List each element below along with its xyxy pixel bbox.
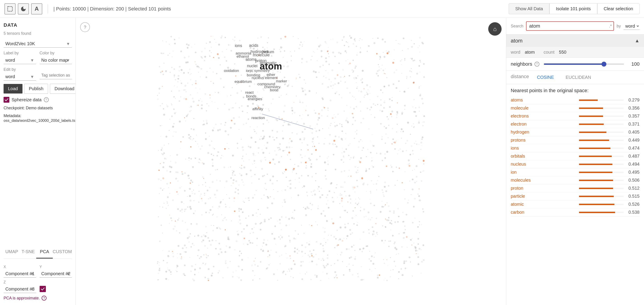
- color-by-select[interactable]: No color map: [40, 56, 72, 64]
- svg-point-1073: [334, 277, 335, 278]
- svg-point-1251: [410, 70, 410, 72]
- nearest-item[interactable]: protons 0.449: [511, 136, 640, 144]
- svg-point-1584: [390, 165, 391, 166]
- by-select[interactable]: word: [624, 23, 640, 30]
- svg-point-1135: [262, 88, 264, 90]
- sphereize-checkbox[interactable]: [4, 97, 9, 103]
- pca-x-select[interactable]: Component #1: [4, 270, 36, 278]
- svg-point-1366: [325, 242, 326, 243]
- nearest-item[interactable]: hydrogen 0.405: [511, 128, 640, 136]
- svg-point-1553: [354, 79, 356, 80]
- euclidean-button[interactable]: EUCLIDEAN: [562, 74, 594, 81]
- svg-point-224: [357, 186, 358, 187]
- publish-button[interactable]: Publish: [24, 84, 48, 94]
- svg-point-1550: [185, 121, 186, 121]
- nearest-item[interactable]: atomic 0.526: [511, 200, 640, 208]
- isolate-button[interactable]: Isolate 101 points: [550, 3, 597, 14]
- svg-point-1987: [388, 125, 390, 126]
- nearest-item[interactable]: molecule 0.356: [511, 104, 640, 112]
- nearest-item-name: atoms: [511, 98, 576, 103]
- tab-pca[interactable]: PCA: [36, 245, 53, 258]
- svg-point-1604: [330, 85, 332, 87]
- show-all-data-button[interactable]: Show All Data: [509, 3, 550, 14]
- nearest-item[interactable]: nucleus 0.494: [511, 160, 640, 168]
- svg-point-1317: [418, 243, 419, 245]
- svg-point-1839: [399, 167, 400, 169]
- nearest-item-score: 0.356: [626, 106, 640, 111]
- select-box-icon[interactable]: [4, 3, 16, 15]
- nearest-item[interactable]: particle 0.515: [511, 192, 640, 200]
- nearest-item[interactable]: ion 0.495: [511, 168, 640, 176]
- svg-point-811: [290, 276, 291, 277]
- atom-card-collapse-icon[interactable]: ▲: [635, 38, 640, 44]
- svg-point-230: [372, 271, 372, 271]
- download-button[interactable]: Download: [50, 84, 76, 94]
- clear-selection-button[interactable]: Clear selection: [597, 3, 640, 14]
- svg-point-905: [359, 161, 360, 161]
- svg-point-140: [233, 117, 235, 119]
- svg-point-1718: [307, 208, 308, 209]
- svg-point-932: [208, 280, 209, 281]
- nearest-item[interactable]: proton 0.512: [511, 184, 640, 192]
- svg-point-789: [230, 127, 232, 129]
- svg-point-500: [206, 232, 207, 233]
- svg-point-737: [252, 232, 254, 233]
- svg-point-764: [411, 244, 412, 245]
- cosine-button[interactable]: COSINE: [534, 74, 558, 81]
- tab-umap[interactable]: UMAP: [4, 245, 20, 258]
- nearest-item[interactable]: atoms 0.279: [511, 96, 640, 104]
- pca-hint-row: PCA is approximate. ?: [4, 296, 72, 300]
- nearest-item[interactable]: carbon 0.538: [511, 208, 640, 216]
- svg-point-253: [388, 137, 389, 138]
- tag-input[interactable]: [40, 72, 72, 79]
- pca-hint-help-icon[interactable]: ?: [42, 296, 46, 300]
- svg-point-1817: [200, 89, 200, 90]
- tab-t-sne[interactable]: T-SNE: [20, 245, 36, 258]
- nearest-item[interactable]: ions 0.474: [511, 144, 640, 152]
- canvas-help-icon[interactable]: ?: [80, 22, 90, 32]
- svg-point-1348: [330, 123, 331, 124]
- atom-card-header[interactable]: atom ▲: [506, 35, 644, 47]
- edit-by-select[interactable]: word: [4, 73, 36, 81]
- load-button[interactable]: Load: [4, 84, 22, 94]
- svg-point-386: [346, 266, 347, 267]
- svg-point-1176: [192, 181, 193, 183]
- svg-point-855: [359, 199, 360, 199]
- svg-point-1493: [302, 102, 303, 103]
- svg-point-1265: [315, 221, 316, 222]
- svg-point-1048: [162, 74, 164, 75]
- pca-z-select[interactable]: Component #3: [4, 285, 36, 293]
- svg-point-1907: [332, 39, 333, 39]
- svg-point-971: [408, 88, 408, 89]
- svg-point-1385: [396, 254, 397, 255]
- night-mode-icon[interactable]: [18, 3, 29, 15]
- nearest-item[interactable]: electrons 0.357: [511, 112, 640, 120]
- nearest-item-score: 0.279: [626, 98, 640, 103]
- svg-point-191: [382, 189, 383, 191]
- nearest-item[interactable]: molecules 0.506: [511, 176, 640, 184]
- svg-point-542: [382, 192, 384, 193]
- pca-z-checkbox[interactable]: [40, 286, 46, 292]
- label-by-select[interactable]: word: [4, 56, 36, 64]
- svg-point-561: [242, 182, 244, 183]
- pca-y-select[interactable]: Component #2: [40, 270, 72, 278]
- svg-point-182: [159, 66, 160, 68]
- svg-point-1245: [290, 187, 292, 189]
- svg-point-1768: [208, 212, 210, 213]
- pca-x-col: X Component #1 ▼: [4, 265, 36, 278]
- svg-point-710: [190, 158, 192, 160]
- search-input[interactable]: [529, 23, 611, 29]
- svg-point-1761: [421, 98, 423, 100]
- svg-point-916: [166, 41, 167, 42]
- home-button[interactable]: ⌂: [488, 22, 502, 36]
- nearest-item[interactable]: electron 0.371: [511, 120, 640, 128]
- nearest-item[interactable]: orbitals 0.487: [511, 152, 640, 160]
- svg-point-1219: [362, 141, 363, 141]
- svg-point-1921: [220, 78, 222, 80]
- svg-point-670: [344, 50, 346, 52]
- tab-custom[interactable]: CUSTOM: [53, 245, 72, 258]
- sphereize-help-icon[interactable]: ?: [44, 97, 49, 102]
- svg-point-844: [312, 176, 313, 177]
- label-icon[interactable]: A: [31, 3, 42, 15]
- dataset-select[interactable]: Word2Vec 10K: [4, 40, 72, 48]
